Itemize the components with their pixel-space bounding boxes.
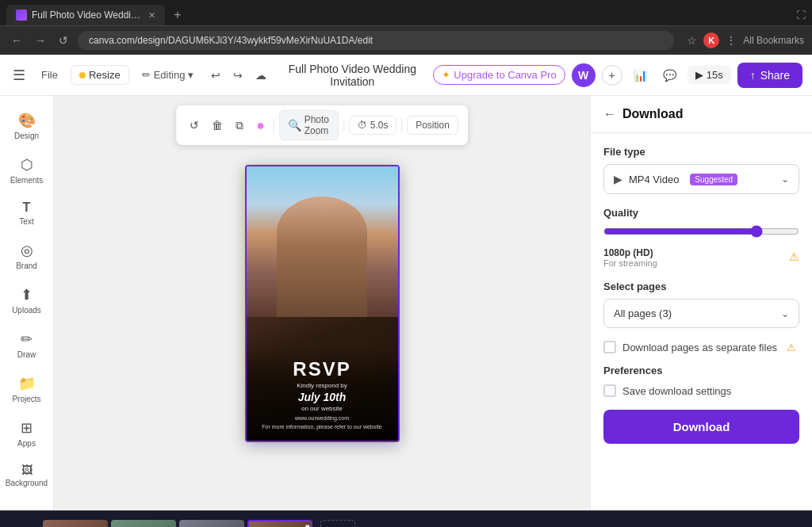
file-type-group: File type ▶ MP4 Video Suggested ⌄ [603, 146, 799, 194]
sidebar-item-draw[interactable]: ✏ Draw [4, 324, 50, 365]
reload-btn[interactable]: ↺ [56, 32, 71, 48]
tab-label: Full Photo Video Wedding Inv... [32, 10, 140, 21]
sidebar-item-design[interactable]: 🎨 Design [4, 105, 50, 147]
edit-pencil-icon: ✏ [142, 69, 151, 81]
profile-icon[interactable]: K [703, 32, 719, 48]
active-tab[interactable]: Full Photo Video Wedding Inv... ✕ [6, 5, 165, 25]
sidebar-item-text[interactable]: T Text [4, 194, 50, 232]
timeline-frame-1[interactable]: 5.0s [43, 520, 108, 528]
editing-dropdown-btn[interactable]: ✏ Editing ▾ [136, 66, 201, 84]
bookmark-star-icon[interactable]: ☆ [687, 34, 697, 47]
timeline-frames: 5.0s 5.0s 5.0s ♥ 5.0s [43, 520, 312, 528]
file-type-select[interactable]: ▶ MP4 Video Suggested ⌄ [603, 164, 799, 194]
sidebar-item-uploads[interactable]: ⬆ Uploads [4, 280, 50, 321]
tab-favicon [16, 10, 27, 21]
separate-files-checkbox[interactable] [603, 341, 616, 353]
delete-frame-icon[interactable]: 🗑 [208, 116, 227, 134]
browser-chrome: Full Photo Video Wedding Inv... ✕ + ⛶ ← … [0, 0, 812, 55]
timer-value: 15s [707, 69, 723, 81]
frame-timer-btn[interactable]: ⏱ 5.0s [349, 116, 397, 135]
panel-back-btn[interactable]: ← [603, 107, 616, 121]
brand-label: Brand [16, 262, 37, 270]
brand-icon: ◎ [21, 242, 33, 259]
pages-value: All pages (3) [614, 307, 672, 319]
background-label: Background [6, 479, 48, 487]
analytics-icon[interactable]: 📊 [629, 66, 652, 85]
duplicate-frame-icon[interactable]: ⧉ [232, 116, 247, 135]
redo-btn[interactable]: ↪ [228, 66, 247, 85]
photo-zoom-btn[interactable]: 🔍 Photo Zoom [279, 110, 339, 140]
frame-2-bg [111, 520, 176, 528]
design-card-background: RSVP Kindly respond by July 10th on our … [247, 166, 398, 441]
refresh-frame-icon[interactable]: ↺ [186, 116, 203, 134]
separate-files-row: Download pages as separate files ⚠ [603, 341, 799, 353]
hamburger-menu-btn[interactable]: ☰ [10, 63, 29, 87]
save-settings-label: Save download settings [622, 385, 731, 397]
app-toolbar: ☰ File Resize ✏ Editing ▾ ↩ ↪ ☁ Full Pho… [0, 55, 812, 96]
tab-bar: Full Photo Video Wedding Inv... ✕ + ⛶ [0, 0, 812, 25]
sidebar-item-background[interactable]: 🖼 Background [4, 457, 50, 494]
user-avatar[interactable]: W [572, 63, 596, 87]
tab-close-btn[interactable]: ✕ [148, 10, 155, 21]
quality-slider-input[interactable] [603, 225, 799, 238]
mp4-icon: ▶ [614, 173, 622, 185]
sidebar-item-brand[interactable]: ◎ Brand [4, 235, 50, 277]
select-pages-label: Select pages [603, 281, 799, 292]
save-settings-checkbox[interactable] [603, 384, 616, 397]
timeline-frame-3[interactable]: 5.0s [179, 520, 244, 528]
more-options-icon[interactable]: ⋮ [726, 34, 737, 47]
timeline-frame-4[interactable]: ♥ 5.0s [247, 520, 312, 528]
share-icon: ↑ [750, 69, 756, 82]
window-expand-icon[interactable]: ⛶ [796, 10, 806, 21]
draw-label: Draw [17, 350, 36, 359]
cloud-save-icon[interactable]: ☁ [251, 66, 271, 85]
add-frame-btn[interactable]: + [320, 520, 355, 528]
color-picker-icon[interactable]: ● [252, 115, 269, 136]
timer-display: ▶ 15s [688, 66, 731, 84]
download-label: Download [673, 420, 730, 433]
download-btn[interactable]: Download [603, 410, 799, 444]
forward-nav-btn[interactable]: → [32, 32, 49, 48]
resize-label: Resize [89, 69, 121, 81]
window-controls: ⛶ [796, 10, 806, 21]
url-input[interactable] [78, 31, 674, 50]
card-overlay: RSVP Kindly respond by July 10th on our … [247, 347, 398, 441]
elements-icon: ⬡ [21, 156, 33, 174]
upgrade-label: Upgrade to Canva Pro [454, 69, 556, 81]
card-photo-area [247, 166, 398, 317]
sidebar-item-apps[interactable]: ⊞ Apps [4, 413, 50, 454]
add-collaborator-btn[interactable]: + [602, 65, 622, 86]
preferences-section: Preferences Save download settings [603, 365, 799, 397]
couple-photo [247, 166, 398, 317]
sidebar-item-projects[interactable]: 📁 Projects [4, 369, 50, 410]
back-nav-btn[interactable]: ← [8, 32, 25, 48]
frame-4-bg [247, 520, 312, 528]
projects-label: Projects [12, 395, 40, 403]
background-icon: 🖼 [21, 464, 33, 476]
panel-body: File type ▶ MP4 Video Suggested ⌄ Qualit… [591, 133, 812, 456]
comment-icon[interactable]: 💬 [658, 66, 681, 85]
quality-slider-container [603, 225, 799, 241]
profile-badge[interactable]: K [703, 32, 719, 48]
sidebar-item-elements[interactable]: ⬡ Elements [4, 150, 50, 191]
quality-info-icon[interactable]: ⚠ [789, 250, 799, 263]
upgrade-to-pro-btn[interactable]: ✦ Upgrade to Canva Pro [433, 65, 565, 85]
separate-files-info-icon[interactable]: ⚠ [787, 342, 796, 353]
canvas-toolbar: ↺ 🗑 ⧉ ● 🔍 Photo Zoom ⏱ 5.0s Position [176, 105, 468, 145]
file-menu-btn[interactable]: File [35, 66, 64, 84]
new-tab-button[interactable]: + [168, 6, 187, 25]
timeline-frame-2[interactable]: 5.0s [111, 520, 176, 528]
preferences-title: Preferences [603, 365, 799, 376]
timeline-bar: ▶ 5.0s 5.0s 5.0s ♥ 5.0s + [0, 510, 812, 527]
design-icon: 🎨 [18, 112, 36, 129]
undo-btn[interactable]: ↩ [206, 66, 225, 85]
clock-icon: ⏱ [358, 120, 367, 131]
resize-btn[interactable]: Resize [71, 65, 129, 85]
position-btn[interactable]: Position [407, 116, 458, 135]
resize-dot-icon [79, 72, 86, 78]
pages-select[interactable]: All pages (3) ⌄ [603, 299, 799, 328]
text-icon: T [23, 200, 31, 215]
position-label: Position [416, 120, 450, 131]
on-website-text: on our website [258, 405, 387, 412]
share-btn[interactable]: ↑ Share [737, 63, 802, 88]
